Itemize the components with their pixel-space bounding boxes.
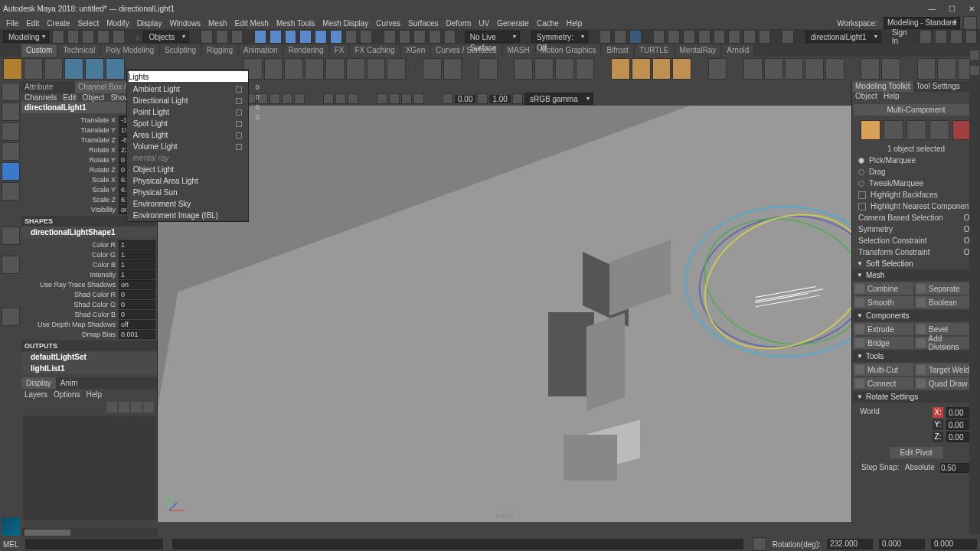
shelf-tab[interactable]: Rendering (284, 44, 328, 57)
main-menu-mesh-display[interactable]: Mesh Display (319, 19, 371, 28)
save-scene-icon[interactable] (82, 30, 94, 44)
shelf-icon[interactable] (479, 58, 498, 80)
snap-grid-icon[interactable] (254, 30, 266, 44)
shelf-icon[interactable] (785, 58, 804, 80)
main-menu-edit-mesh[interactable]: Edit Mesh (231, 19, 271, 28)
minimize-button[interactable]: — (926, 3, 937, 14)
shelf-tab[interactable]: FX Caching (350, 44, 399, 57)
history-3-icon[interactable] (413, 30, 426, 44)
history-icon[interactable] (384, 30, 396, 44)
shelf-tab[interactable]: Custom (21, 44, 57, 57)
main-menu-modify[interactable]: Modify (103, 19, 132, 28)
vertex-mode-button[interactable] (884, 120, 903, 140)
shelf-icon[interactable] (24, 58, 43, 80)
shelf-tab[interactable]: Technical (58, 44, 100, 57)
rp-menu-object[interactable]: Object (855, 92, 877, 103)
vp-tool-icon[interactable] (377, 93, 387, 104)
gamma-field[interactable]: 1.00 (489, 95, 510, 103)
select-tool-icon[interactable] (201, 30, 213, 44)
shelf-tab[interactable]: Poly Modeling (101, 44, 158, 57)
toggle-icon[interactable] (782, 30, 794, 44)
undo-icon[interactable] (97, 30, 109, 44)
panel-layout-5-icon[interactable] (714, 30, 726, 44)
script-editor-icon[interactable] (753, 537, 766, 551)
attr-value[interactable]: 1 (119, 250, 155, 259)
shelf-icon[interactable] (514, 58, 533, 80)
shelf-icon[interactable] (64, 58, 83, 80)
light-menu-item[interactable]: Physical Sun (127, 187, 248, 198)
face-mode-button[interactable] (929, 120, 949, 140)
redo-icon[interactable] (113, 30, 125, 44)
layout-tool[interactable] (2, 227, 20, 245)
main-menu-uv[interactable]: UV (475, 19, 492, 28)
shelf-tab[interactable]: XGen (401, 44, 430, 57)
ipr-icon[interactable] (614, 30, 626, 44)
tool-settings-tab[interactable]: Tool Settings (913, 81, 963, 92)
bevel-button[interactable]: Bevel (915, 323, 975, 335)
edge-mode-button[interactable] (906, 120, 926, 140)
soft-selection-section[interactable]: Soft Selection (852, 258, 980, 269)
vp-tool-icon[interactable] (323, 93, 334, 104)
channel-box-toggle-icon[interactable] (965, 30, 978, 44)
main-menu-display[interactable]: Display (134, 19, 165, 28)
shelf-tab[interactable]: Rigging (202, 44, 237, 57)
shelf-icon[interactable] (44, 58, 64, 80)
attr-value[interactable]: 1 (119, 260, 155, 269)
vp-tool-icon[interactable] (270, 93, 280, 104)
target-weld-button[interactable]: Target Weld (915, 364, 975, 376)
snap-live-icon[interactable] (315, 30, 327, 44)
new-scene-icon[interactable] (52, 30, 64, 44)
main-menu-windows[interactable]: Windows (166, 19, 204, 28)
selection-mode-combo[interactable]: Objects (143, 31, 189, 43)
main-menu-deform[interactable]: Deform (443, 19, 475, 28)
main-menu-create[interactable]: Create (44, 19, 73, 28)
panel-layout-6-icon[interactable] (728, 30, 740, 44)
smooth-button[interactable]: Smooth (854, 296, 913, 308)
shelf-icon[interactable] (743, 58, 763, 80)
object-mode-button[interactable] (861, 120, 880, 140)
vp-tool-icon[interactable] (294, 93, 305, 104)
attr-value[interactable]: 0 (119, 310, 155, 319)
shelf-icon[interactable] (305, 58, 324, 80)
shelf-icon[interactable] (346, 58, 365, 80)
light-menu-item[interactable]: Environment Sky (127, 198, 248, 210)
exposure-field[interactable]: 0.00 (455, 95, 475, 103)
shelf-icon[interactable] (423, 58, 442, 80)
output-1[interactable]: defaultLightSet (21, 351, 157, 363)
shelf-icon[interactable] (881, 58, 900, 80)
exposure-icon[interactable] (443, 93, 453, 104)
single-view-icon[interactable] (2, 256, 20, 274)
panel-layout-3-icon[interactable] (683, 30, 695, 44)
marketplace-icon[interactable] (920, 30, 932, 44)
snap-point-icon[interactable] (285, 30, 297, 44)
selection-option[interactable]: Highlight Backfaces (852, 189, 980, 201)
shelf-tab[interactable]: Sculpting (160, 44, 201, 57)
vp-tool-icon[interactable] (335, 93, 346, 104)
shelf-icon[interactable] (917, 58, 936, 80)
light-menu-item[interactable]: Volume Light (127, 141, 248, 152)
shelf-tab[interactable]: Arnold (722, 44, 753, 57)
attr-editor-toggle-icon[interactable] (950, 30, 962, 44)
main-menu-mesh-tools[interactable]: Mesh Tools (273, 19, 318, 28)
shelf-icon[interactable] (937, 58, 956, 80)
shelf-tab[interactable]: MASH (503, 44, 534, 57)
vp-tool-icon[interactable] (401, 93, 412, 104)
main-menu-help[interactable]: Help (564, 19, 586, 28)
shelf-icon[interactable] (325, 58, 345, 80)
four-view-icon[interactable] (2, 308, 20, 326)
anim-tab[interactable]: Anim (56, 377, 83, 389)
viewport-canvas[interactable]: persp (158, 106, 851, 522)
history-5-icon[interactable] (444, 30, 456, 44)
shelf-icon[interactable] (534, 58, 554, 80)
rp-menu-help[interactable]: Help (884, 92, 900, 103)
shelf-icon[interactable] (284, 58, 303, 80)
main-menu-curves[interactable]: Curves (373, 19, 403, 28)
main-menu-file[interactable]: File (3, 19, 21, 28)
shelf-icon[interactable] (861, 58, 880, 80)
multi-cut-button[interactable]: Multi-Cut (854, 364, 913, 376)
light-menu-item[interactable]: Object Light (127, 164, 248, 175)
light-menu-item[interactable]: Directional Light (127, 95, 248, 106)
light-menu-item[interactable]: Area Light (127, 129, 248, 141)
tools-section[interactable]: Tools (852, 350, 980, 362)
shelf-icon[interactable] (672, 58, 691, 80)
